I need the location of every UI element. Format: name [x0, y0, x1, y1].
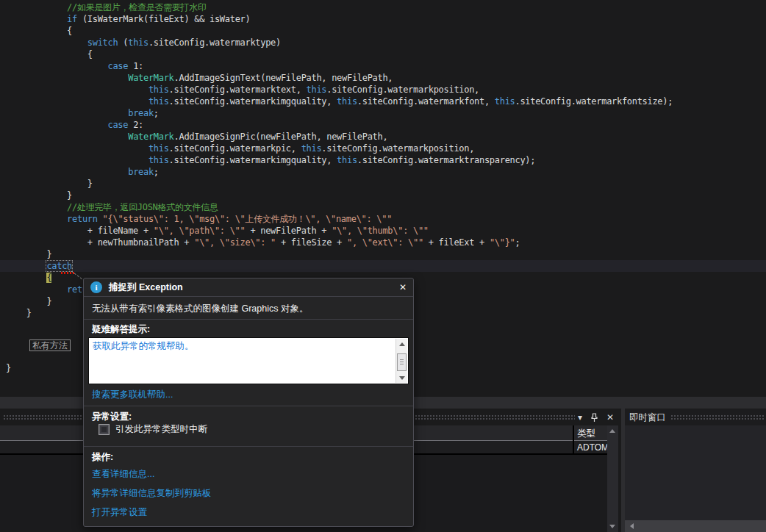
code-line: WaterMark.AddImageSignText(newFilePath, …	[6, 72, 766, 84]
code-line: this.siteConfig.watermarktext, this.site…	[6, 84, 766, 96]
separator	[84, 406, 413, 406]
separator	[84, 319, 413, 320]
code-line: switch (this.siteConfig.watermarktype)	[6, 37, 766, 48]
code-lines: //如果是图片，检查是否需要打水印 if (IsWaterMark(fileEx…	[6, 1, 766, 319]
code-line: this.siteConfig.watermarkpic, this.siteC…	[6, 143, 766, 154]
exception-popup-header[interactable]: i 捕捉到 Exception ✕	[84, 278, 413, 297]
ide-window: //如果是图片，检查是否需要打水印 if (IsWaterMark(fileEx…	[0, 0, 766, 532]
code-line: case 2:	[6, 119, 766, 131]
type-cell: ADTOMA	[577, 442, 607, 453]
exception-popup-title: 捕捉到 Exception	[109, 281, 183, 294]
class-closing-brace: }	[6, 363, 11, 373]
code-line: + fileName + "\", \"path\": \"" + newFil…	[6, 225, 766, 237]
view-detail-link[interactable]: 查看详细信息...	[92, 468, 154, 481]
exception-message: 无法从带有索引像素格式的图像创建 Graphics 对象。	[92, 303, 405, 315]
window-position-chevron-icon[interactable]: ▾	[578, 411, 582, 424]
pin-icon[interactable]	[591, 413, 598, 423]
code-line: break;	[6, 107, 766, 119]
troubleshoot-tips-box[interactable]: 获取此异常的常规帮助。	[88, 337, 409, 384]
scroll-down-arrow-icon[interactable]	[396, 373, 407, 383]
collapsed-region-private-methods[interactable]: 私有方法	[29, 339, 71, 351]
scroll-up-arrow-icon[interactable]	[396, 339, 407, 349]
code-line: }	[6, 190, 766, 201]
immediate-window-title: 即时窗口	[629, 411, 666, 424]
troubleshoot-label: 疑难解答提示:	[92, 323, 150, 336]
scroll-down-arrow-icon[interactable]	[609, 525, 615, 528]
general-help-link[interactable]: 获取此异常的常规帮助。	[93, 340, 194, 353]
open-exception-settings-link[interactable]: 打开异常设置	[92, 506, 147, 519]
code-line: }	[6, 178, 766, 190]
code-line: WaterMark.AddImageSignPic(newFilePath, n…	[6, 131, 766, 143]
scrollbar-thumb[interactable]	[397, 353, 407, 371]
code-line: if (IsWaterMark(fileExt) && isWater)	[6, 13, 766, 25]
immediate-window-hscrollbar[interactable]	[625, 520, 766, 532]
break-on-exception-checkbox[interactable]	[99, 424, 110, 435]
code-editor[interactable]: //如果是图片，检查是否需要打水印 if (IsWaterMark(fileEx…	[6, 1, 766, 319]
close-icon[interactable]: ✕	[606, 411, 614, 424]
code-line: {	[6, 25, 766, 37]
column-divider[interactable]	[573, 425, 574, 454]
actions-label: 操作:	[92, 451, 113, 464]
scroll-left-arrow-icon[interactable]	[630, 523, 634, 529]
code-line: + newThumbnailPath + "\", \"size\": " + …	[6, 237, 766, 248]
code-line: case 1:	[6, 60, 766, 72]
code-line: this.siteConfig.watermarkimgquality, thi…	[6, 96, 766, 107]
code-line: catch	[6, 260, 766, 272]
copy-detail-link[interactable]: 将异常详细信息复制到剪贴板	[92, 487, 212, 500]
code-line: break;	[6, 166, 766, 178]
info-icon: i	[90, 281, 102, 293]
exception-settings-label: 异常设置:	[92, 411, 132, 423]
code-line: //如果是图片，检查是否需要打水印	[6, 1, 766, 13]
code-line: }	[6, 248, 766, 260]
code-line: this.siteConfig.watermarkimgquality, thi…	[6, 154, 766, 166]
close-icon[interactable]: ✕	[399, 282, 407, 292]
textbox-scrollbar[interactable]	[395, 339, 407, 383]
break-on-exception-label: 引发此异常类型时中断	[115, 423, 207, 436]
immediate-window-body[interactable]	[625, 425, 766, 520]
immediate-window-titlebar[interactable]: 即时窗口	[625, 409, 766, 425]
code-line: //处理完毕，返回JOSN格式的文件信息	[6, 201, 766, 213]
column-header-type[interactable]: 类型	[577, 428, 595, 440]
titlebar-grip-dots	[670, 414, 765, 421]
scroll-up-arrow-icon[interactable]	[609, 429, 615, 433]
separator	[84, 446, 413, 447]
exception-popup: i 捕捉到 Exception ✕ 无法从带有索引像素格式的图像创建 Graph…	[83, 278, 414, 527]
search-online-help-link[interactable]: 搜索更多联机帮助...	[92, 389, 173, 401]
bottom-vertical-scrollbar[interactable]	[607, 425, 618, 532]
code-line: return "{\"status\": 1, \"msg\": \"上传文件成…	[6, 213, 766, 225]
code-line: {	[6, 48, 766, 60]
